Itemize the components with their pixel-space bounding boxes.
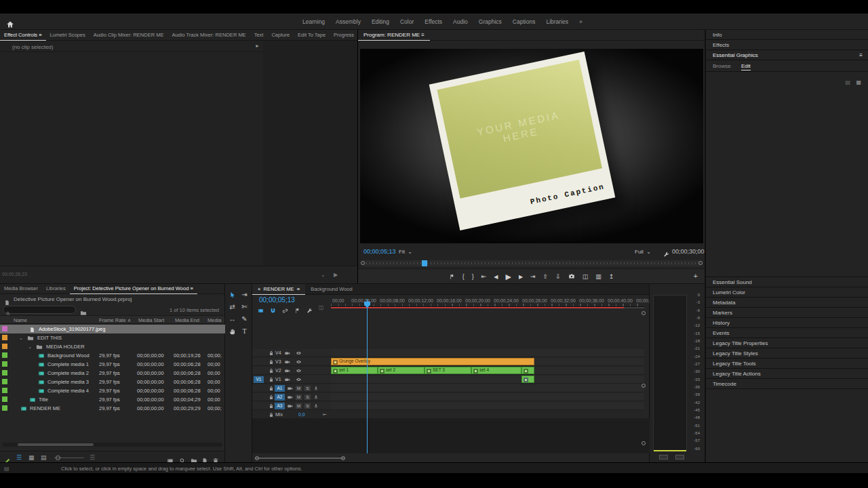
scrollbar-handle[interactable]	[18, 443, 94, 446]
track-label[interactable]: V4	[275, 350, 281, 355]
timeline-settings-wrench-icon[interactable]	[307, 304, 313, 317]
timeline-ruler[interactable]: 00;00 00;00;04;00 00;00;08;00 00;00;12;0…	[331, 298, 644, 307]
col-media-end[interactable]: Media End	[175, 317, 199, 323]
keyframe-nav-icon[interactable]: ⇤	[323, 412, 327, 418]
panel-header-info[interactable]: Info	[706, 30, 868, 40]
track-label[interactable]: V1	[275, 377, 281, 382]
panel-header-markers[interactable]: Markers	[706, 308, 868, 318]
step-forward-icon[interactable]: ▶	[519, 274, 523, 280]
button-editor-plus-icon[interactable]: +	[694, 272, 698, 280]
project-h-scrollbar[interactable]	[3, 443, 222, 447]
zoom-slider-knob[interactable]	[56, 455, 60, 460]
table-row[interactable]: Complete media 4 29,97 fps 00;00;00;00 0…	[0, 386, 225, 395]
col-media-start[interactable]: Media Start	[138, 317, 164, 323]
export-media-icon[interactable]: ↥	[609, 273, 614, 280]
track-header-v2[interactable]: V2	[252, 367, 331, 375]
table-row[interactable]: Background Wood 29,97 fps 00;00;00;00 00…	[0, 351, 225, 360]
mute-button[interactable]: M	[296, 403, 302, 409]
scrubber-left-knob[interactable]	[361, 261, 365, 265]
lock-icon[interactable]	[269, 386, 274, 391]
selection-tool[interactable]	[226, 289, 238, 300]
program-quality-select[interactable]: Full ⌄	[635, 249, 651, 255]
toggle-output-eye-icon[interactable]	[296, 350, 302, 356]
panel-header-essential-sound[interactable]: Essential Sound	[706, 277, 868, 287]
track-header-v1[interactable]: V1 V1	[252, 375, 331, 384]
toggle-output-eye-icon[interactable]	[296, 377, 302, 382]
track-header-v4[interactable]: V4	[252, 349, 331, 357]
clip-v1-short[interactable]	[521, 375, 534, 383]
panel-header-metadata[interactable]: Metadata	[706, 298, 868, 308]
panel-header-legacy-title-styles[interactable]: Legacy Title Styles	[706, 348, 868, 359]
clip-grunge-overlay[interactable]: Grunge Overlay	[331, 358, 534, 365]
lift-icon[interactable]: ⇧	[543, 273, 549, 280]
ripple-edit-tool[interactable]: ⇄	[226, 302, 238, 312]
table-row[interactable]: RENDER ME 29,97 fps 00;00;00;00 00;00;29…	[0, 404, 225, 413]
lock-icon[interactable]	[269, 359, 274, 365]
twirl-right-icon[interactable]: ►	[255, 43, 260, 48]
timeline-playhead-line[interactable]	[367, 299, 368, 453]
tab-edit-to-tape[interactable]: Edit To Tape	[294, 30, 330, 41]
mute-button[interactable]: M	[296, 394, 302, 400]
go-to-in-icon[interactable]: ⇤	[481, 273, 487, 280]
type-tool[interactable]: T	[239, 326, 250, 336]
table-row[interactable]: ⌄ MEDIA HOLDER	[0, 342, 225, 351]
meter-channel-button-right[interactable]	[675, 455, 684, 460]
search-input[interactable]	[3, 306, 76, 314]
toggle-output-eye-icon[interactable]	[296, 359, 302, 365]
table-row[interactable]: Complete media 2 29,97 fps 00;00;00;00 0…	[0, 369, 225, 378]
clip-set-4[interactable]: set 4	[471, 367, 521, 374]
panel-header-legacy-title-properties[interactable]: Legacy Title Properties	[706, 338, 868, 348]
label-chip[interactable]	[2, 370, 7, 375]
program-current-timecode[interactable]: 00;00;05;13	[363, 248, 396, 255]
col-name[interactable]: Name	[14, 317, 27, 323]
snap-magnet-icon[interactable]	[270, 304, 276, 317]
label-chip[interactable]	[2, 344, 7, 349]
program-settings-wrench-icon[interactable]	[663, 248, 669, 260]
slip-tool[interactable]: ↔	[226, 314, 238, 324]
hand-tool[interactable]	[226, 326, 238, 336]
scrollbar-handle[interactable]	[255, 458, 344, 459]
tab-effect-controls[interactable]: Effect Controls ≡	[0, 30, 46, 41]
tab-lumetri-scopes[interactable]: Lumetri Scopes	[46, 30, 90, 41]
track-header-mix[interactable]: Mix 0,0 ⇤	[252, 411, 331, 419]
clip-v2-short[interactable]	[521, 367, 534, 374]
workspace-tab-captions[interactable]: Captions	[507, 14, 541, 30]
ec-play-audio-icon[interactable]: ▶	[334, 272, 338, 278]
sync-lock-icon[interactable]	[285, 368, 290, 373]
v-scroll-knob-mid[interactable]	[642, 384, 646, 388]
clip-set-3[interactable]: SET 3	[425, 367, 471, 374]
table-row[interactable]: Complete media 3 29,97 fps 00;00;00;00 0…	[0, 378, 225, 386]
track-lane-v4[interactable]	[331, 349, 644, 357]
panel-header-effects[interactable]: Effects	[706, 40, 868, 50]
track-target-a1[interactable]: A1	[275, 385, 285, 392]
workspace-tab-libraries[interactable]: Libraries	[540, 14, 574, 30]
timeline-timecode[interactable]: 00;00;05;13	[259, 296, 295, 304]
meter-channel-button-left[interactable]	[659, 455, 668, 460]
table-row[interactable]: Title 29,97 fps 00;00;00;00 00;00;04;29 …	[0, 395, 225, 404]
clip-set-2[interactable]: set 2	[378, 367, 425, 374]
program-scrubber[interactable]	[362, 260, 701, 266]
extract-icon[interactable]: ⇩	[555, 273, 561, 280]
v-scroll-knob-top[interactable]	[642, 311, 646, 315]
lock-icon[interactable]	[269, 368, 274, 373]
col-media[interactable]: Media	[208, 317, 221, 323]
mark-in-icon[interactable]: {	[462, 273, 465, 280]
col-frame-rate[interactable]: Frame Rate ∧	[99, 317, 131, 323]
solo-button[interactable]: S	[304, 403, 311, 409]
eg-responsive-icon[interactable]: ▤	[845, 79, 850, 85]
pen-tool[interactable]: ✎	[239, 314, 250, 324]
clip-set-1[interactable]: set 1	[331, 367, 378, 374]
tab-audio-clip-mixer[interactable]: Audio Clip Mixer: RENDER ME	[90, 30, 168, 41]
tab-sequence-render-me[interactable]: × RENDER ME ≡	[252, 284, 305, 295]
timeline-h-scrollbar[interactable]	[255, 455, 646, 461]
tab-project[interactable]: Project: Detective Picture Opener on Bur…	[70, 283, 197, 294]
ec-zoom-out-icon[interactable]: ⌄	[321, 272, 326, 278]
tab-libraries-panel[interactable]: Libraries	[42, 283, 70, 294]
linked-selection-icon[interactable]	[282, 304, 288, 317]
track-target-a2[interactable]: A2	[275, 394, 285, 401]
panel-menu-icon[interactable]: ≡	[297, 286, 300, 292]
tab-eg-edit[interactable]: Edit	[741, 63, 751, 70]
sync-lock-icon[interactable]	[285, 359, 290, 365]
program-zoom-select[interactable]: Fit ⌄	[399, 249, 412, 255]
list-view-icon[interactable]: ☰	[16, 454, 22, 461]
